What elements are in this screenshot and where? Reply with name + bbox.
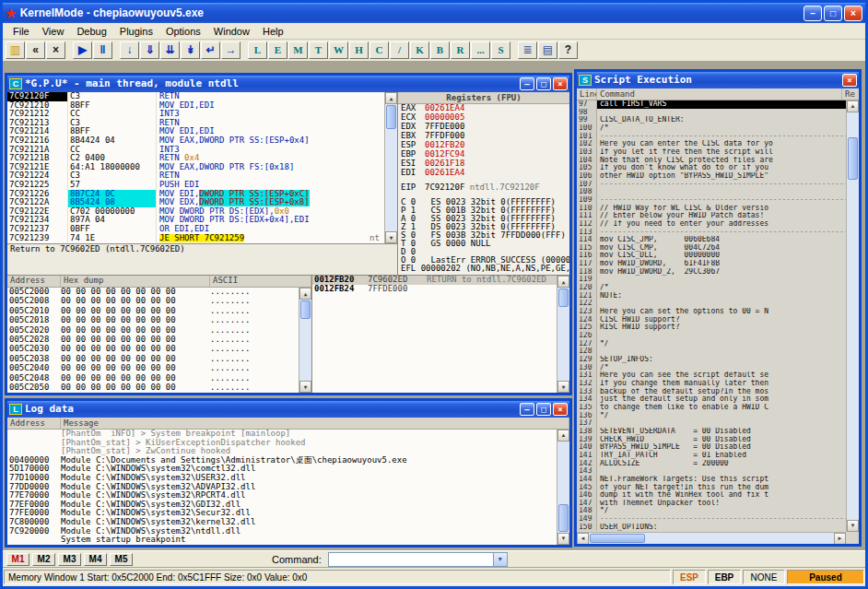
disasm-row[interactable]: 7C9212268B7C24 0CMOV EDI,DWORD PTR SS:[E… [7, 190, 384, 199]
script-row[interactable]: 136*/ [577, 412, 846, 420]
log-row[interactable]: 77E70000Module C:\WINDOWS\system32\RPCRT… [7, 491, 557, 501]
pause-icon[interactable]: ‖ [93, 41, 112, 59]
windows-window-button[interactable]: W [329, 41, 348, 59]
scroll-thumb[interactable] [386, 105, 396, 129]
log-row[interactable]: 77FE0000Module C:\WINDOWS\system32\Secur… [7, 509, 557, 518]
script-row[interactable]: 123Here you can set the options to 00 = … [577, 308, 846, 316]
dump-row[interactable]: 005C203800 00 00 00 00 00 00 00........ [7, 355, 299, 364]
script-row[interactable]: 147with Themnet Unpacker tool! [577, 500, 846, 508]
scroll-down-icon[interactable]: ▼ [557, 381, 569, 393]
script-row[interactable]: 135to change them like to enable a HWID … [577, 404, 846, 412]
scroll-down-icon[interactable]: ▼ [385, 231, 397, 243]
script-row[interactable]: 103If you let it free then the script wi… [577, 148, 846, 157]
script-row[interactable]: 101-------------------------------------… [577, 133, 846, 141]
disasm-row[interactable]: 7C92122557PUSH EDI [7, 181, 384, 190]
disasm-row[interactable]: 7C9212168B4424 04MOV EAX,DWORD PTR SS:[E… [7, 136, 384, 146]
cpu-title-bar[interactable]: C *G.P.U* - main thread, module ntdll – … [7, 76, 569, 92]
script-row[interactable]: 97call FIRST_VARS [577, 100, 846, 109]
callstack-window-button[interactable]: K [410, 41, 429, 59]
script-horizontal-scrollbar[interactable]: ◄ ► [577, 532, 846, 544]
log-row[interactable]: System startup breakpoint [7, 536, 557, 545]
command-input[interactable] [329, 553, 493, 566]
scroll-up-icon[interactable]: ▲ [299, 288, 311, 300]
restart-icon[interactable]: « [26, 41, 45, 59]
memory-tab-m2[interactable]: M2 [32, 553, 55, 566]
log-close-button[interactable]: × [553, 403, 568, 416]
memory-tab-m4[interactable]: M4 [84, 553, 107, 566]
register-row[interactable]: EBP0012FC94 [398, 150, 569, 159]
stack-row[interactable]: 0012FB247FFDE000 [312, 285, 557, 294]
register-row[interactable]: ESP0012FB20 [398, 141, 569, 150]
script-row[interactable]: 131Here you can see the script default s… [577, 371, 846, 380]
script-row[interactable]: 109-------------------------------------… [577, 196, 846, 205]
script-row[interactable]: 106other HWID option "BYPASS_HWID_SIMPLE… [577, 172, 846, 181]
script-row[interactable]: 128 [577, 348, 846, 356]
script-row[interactable]: 121NOTE: [577, 292, 846, 300]
script-close-button[interactable]: × [842, 74, 857, 87]
menu-item-window[interactable]: Window [207, 25, 256, 38]
scroll-left-icon[interactable]: ◄ [577, 533, 589, 544]
script-row[interactable]: 130/* [577, 364, 846, 372]
chevron-down-icon[interactable]: ▼ [493, 553, 507, 566]
runtrace-window-button[interactable]: ... [471, 41, 490, 59]
log-row[interactable]: 77EF0000Module C:\WINDOWS\system32\GDI32… [7, 501, 557, 510]
script-row[interactable]: 98 [577, 109, 846, 117]
stack-row[interactable]: 0012FB207C9602EDRETURN to ntdll.7C9602ED [312, 276, 557, 285]
dump-row[interactable]: 005C201000 00 00 00 00 00 00 00........ [7, 307, 299, 316]
references-window-button[interactable]: R [451, 41, 470, 59]
scroll-down-icon[interactable]: ▼ [557, 533, 569, 545]
stack-scrollbar[interactable]: ▲ ▼ [557, 276, 569, 393]
script-row[interactable]: 138SETEVENT_USERDATA = 00 Disabled [577, 428, 846, 436]
script-row[interactable]: 150USER_OPTIONS: [577, 524, 846, 532]
scroll-up-icon[interactable]: ▲ [557, 276, 569, 288]
script-row[interactable]: 114mov CISC_JMP, 0060E684 [577, 236, 846, 244]
step-over-icon[interactable]: ⇓ [140, 41, 159, 59]
memory-tab-m5[interactable]: M5 [110, 553, 133, 566]
appearance-icon[interactable]: ≣ [518, 41, 537, 59]
register-row[interactable]: ESI00261F18 [398, 159, 569, 169]
status-ebp[interactable]: EBP [708, 570, 741, 584]
disasm-row[interactable]: 7C92121E64:A1 18000000MOV EAX,DWORD PTR … [7, 163, 384, 172]
threads-window-button[interactable]: T [309, 41, 328, 59]
maximize-button[interactable]: □ [824, 6, 842, 21]
patches-window-button[interactable]: / [390, 41, 409, 59]
register-row-eip[interactable]: EIP7C92120F ntdll.7C92120F [398, 183, 569, 193]
disasm-row[interactable]: 7C921224C3RETN [7, 171, 384, 181]
logs-window-button[interactable]: L [248, 41, 267, 59]
script-title-bar[interactable]: S Script Execution × [577, 72, 859, 88]
breakpoints-window-button[interactable]: B [430, 41, 450, 59]
script-row[interactable]: 117mov HWID_DWORD, 61F41F8B [577, 260, 846, 268]
log-scrollbar[interactable]: ▲ ▼ [557, 430, 569, 545]
scroll-thumb[interactable] [848, 137, 858, 180]
log-row[interactable]: 77DD0000Module C:\WINDOWS\system32\ADVAP… [7, 483, 557, 492]
script-row[interactable]: 108 [577, 188, 846, 196]
close-button[interactable]: × [844, 6, 862, 21]
script-row[interactable]: 122 [577, 300, 846, 308]
script-row[interactable]: 113-------------------------------------… [577, 229, 846, 237]
dump-row[interactable]: 005C205000 00 00 00 00 00 00 00........ [7, 383, 299, 393]
disasm-row[interactable]: 7C92120FC3RETN [7, 92, 384, 101]
menu-item-file[interactable]: File [6, 25, 36, 38]
script-row[interactable]: 100/* [577, 124, 846, 133]
script-row[interactable]: 107-------------------------------------… [577, 181, 846, 189]
disasm-row[interactable]: 7C92122EC702 00000000MOV DWORD PTR DS:[E… [7, 207, 384, 217]
script-row[interactable]: 146dump it with the WinHex tool and fix … [577, 491, 846, 500]
script-row[interactable]: 105If you don't know what do to or if yo… [577, 164, 846, 172]
dump-row[interactable]: 005C200800 00 00 00 00 00 00 00........ [7, 297, 299, 306]
register-row[interactable]: EBX7FFDF000 [398, 132, 569, 141]
cpu-window-button[interactable]: C [369, 41, 389, 59]
handles-window-button[interactable]: H [349, 41, 369, 59]
script-row[interactable]: 116mov CISC_DLL, 00000000 [577, 252, 846, 260]
scroll-thumb[interactable] [558, 289, 569, 307]
dump-row[interactable]: 005C201800 00 00 00 00 00 00 00........ [7, 316, 299, 325]
memory-tab-m1[interactable]: M1 [6, 553, 29, 566]
minimize-button[interactable]: – [803, 6, 822, 21]
script-row[interactable]: 115mov CISC_CMP, 004C7264 [577, 244, 846, 253]
source-window-button[interactable]: S [491, 41, 510, 59]
memory-window-button[interactable]: M [288, 41, 308, 59]
scroll-down-icon[interactable]: ▼ [299, 381, 311, 393]
script-row[interactable]: 120/* [577, 284, 846, 292]
scroll-thumb[interactable] [558, 504, 569, 532]
disasm-row[interactable]: 7C92121ACCINT3 [7, 146, 384, 155]
register-row[interactable]: EDI00261EA4 [398, 169, 569, 178]
